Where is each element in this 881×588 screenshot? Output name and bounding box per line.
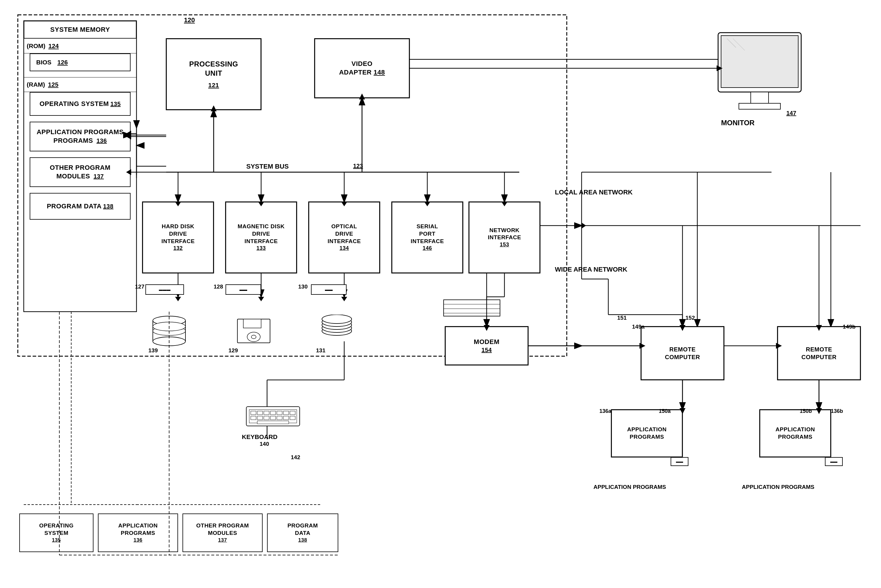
app-programs-136b-box: APPLICATION PROGRAMS xyxy=(760,410,831,457)
hard-disk-interface-box: HARD DISK DRIVE INTERFACE 132 xyxy=(142,202,214,273)
hard-disk-cylinder xyxy=(151,315,187,347)
system-bus-ref: 123 xyxy=(353,163,363,170)
ref-128: 128 xyxy=(214,284,223,290)
svg-marker-112 xyxy=(175,297,181,301)
processing-unit-box: PROCESSING UNIT 121 xyxy=(166,39,261,110)
svg-rect-74 xyxy=(251,411,256,415)
svg-rect-77 xyxy=(270,411,276,415)
system-memory-header: SYSTEM MEMORY xyxy=(24,21,136,39)
bottom-pdata-box: PROGRAM DATA 138 xyxy=(267,513,338,552)
keyboard-icon xyxy=(243,401,303,430)
keyboard-ref: 140 xyxy=(260,441,269,447)
os-memory-box: OPERATING SYSTEM 135 xyxy=(30,92,130,116)
monitor-ref: 147 xyxy=(787,110,796,117)
optical-drive-interface-box: OPTICAL DRIVE INTERFACE 134 xyxy=(309,202,380,273)
mag-connector: ▬▬ xyxy=(226,284,261,295)
other-modules-memory-box: OTHER PROGRAM MODULES 137 xyxy=(30,158,130,187)
lan-label: LOCAL AREA NETWORK xyxy=(555,189,633,196)
ref-149a: 149a xyxy=(632,324,644,330)
svg-point-62 xyxy=(153,322,186,331)
svg-rect-76 xyxy=(264,411,269,415)
ref-136b: 136b xyxy=(831,408,843,414)
svg-marker-113 xyxy=(258,297,264,301)
app-programs-136b-label: APPLICATION PROGRAMS xyxy=(742,484,815,490)
opt-connector: ▬▬ xyxy=(311,284,346,295)
ref-151: 151 xyxy=(617,315,627,321)
svg-point-58 xyxy=(153,337,186,346)
program-data-memory-box: PROGRAM DATA 138 xyxy=(30,193,130,220)
video-adapter-box: VIDEO ADAPTER 148 xyxy=(315,39,409,98)
serial-port-interface-box: SERIAL PORT INTERFACE 146 xyxy=(392,202,463,273)
svg-rect-81 xyxy=(251,416,256,420)
modem-device xyxy=(442,297,502,321)
svg-rect-88 xyxy=(257,421,289,424)
system-bus-label: SYSTEM BUS xyxy=(246,163,289,170)
svg-rect-79 xyxy=(283,411,289,415)
svg-rect-95 xyxy=(443,300,500,316)
ref-150b: 150b xyxy=(800,408,812,414)
monitor-label: MONITOR xyxy=(721,119,755,127)
remote-computer-149b-box: REMOTE COMPUTER xyxy=(778,327,860,380)
rom-row: (ROM) 124 xyxy=(24,39,136,53)
disk-icon-136b: ▬▬ xyxy=(825,457,843,466)
ref-142: 142 xyxy=(291,454,300,460)
bottom-app-box: APPLICATION PROGRAMS 136 xyxy=(98,513,178,552)
diagram: 120 122 SYSTEM MEMORY (ROM) 124 BIOS 126… xyxy=(0,0,881,588)
remote-computer-149a-box: REMOTE COMPUTER xyxy=(641,327,724,380)
ref-150a: 150a xyxy=(659,408,671,414)
svg-rect-82 xyxy=(257,416,262,420)
bottom-other-box: OTHER PROGRAM MODULES 137 xyxy=(183,513,262,552)
ref-149b: 149b xyxy=(843,324,856,330)
cd-disk xyxy=(319,315,355,347)
svg-rect-87 xyxy=(290,416,295,420)
svg-rect-90 xyxy=(721,36,798,87)
svg-marker-115 xyxy=(581,223,586,228)
app-programs-136a-label: APPLICATION PROGRAMS xyxy=(593,484,666,490)
modem-box: MODEM 154 xyxy=(445,327,528,365)
svg-rect-75 xyxy=(257,411,262,415)
ref-152: 152 xyxy=(685,315,695,321)
bottom-os-box: OPERATING SYSTEM 135 xyxy=(19,513,93,552)
ref-139: 139 xyxy=(148,347,158,354)
monitor-icon xyxy=(712,30,807,119)
wan-label: WIDE AREA NETWORK xyxy=(555,266,627,273)
svg-rect-94 xyxy=(739,103,781,109)
ram-row: (RAM) 125 xyxy=(24,77,136,92)
svg-rect-93 xyxy=(751,92,769,104)
svg-rect-85 xyxy=(277,416,282,420)
bios-box: BIOS 126 xyxy=(30,53,130,71)
svg-point-66 xyxy=(251,335,256,339)
floppy-disk xyxy=(234,315,273,347)
disk-icon-136a: ▬▬ xyxy=(671,457,688,466)
svg-rect-86 xyxy=(283,416,289,420)
svg-marker-114 xyxy=(341,297,347,301)
ref-127: 127 xyxy=(135,284,144,290)
app-programs-memory-box: APPLICATION PROGRAMS PROGRAMS 136 xyxy=(30,122,130,152)
magnetic-disk-interface-box: MAGNETIC DISK DRIVE INTERFACE 133 xyxy=(226,202,297,273)
keyboard-label: KEYBOARD xyxy=(242,434,277,441)
svg-point-71 xyxy=(322,315,352,324)
ref-120-label: 120 xyxy=(184,16,195,24)
app-programs-136a-box: APPLICATION PROGRAMS xyxy=(611,410,682,457)
svg-rect-78 xyxy=(277,411,282,415)
svg-rect-64 xyxy=(243,319,261,328)
svg-rect-83 xyxy=(264,416,269,420)
ref-131: 131 xyxy=(316,347,325,354)
ref-129: 129 xyxy=(228,347,238,354)
ref-130: 130 xyxy=(298,284,308,290)
network-interface-box: NETWORK INTERFACE 153 xyxy=(469,202,540,273)
svg-rect-80 xyxy=(290,411,295,415)
hdd-connector: ▬▬▬ xyxy=(145,284,184,295)
ref-136a: 136a xyxy=(599,408,611,414)
svg-rect-84 xyxy=(270,416,276,420)
